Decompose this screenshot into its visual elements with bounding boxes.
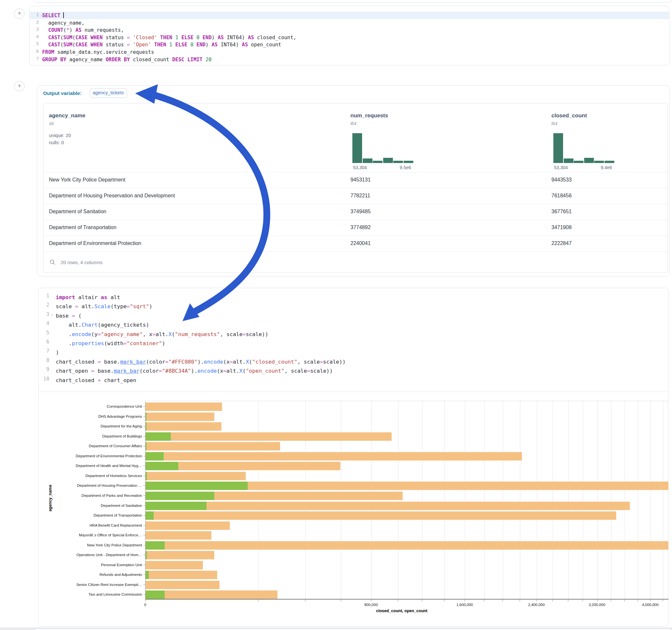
table-row[interactable]: Department of Environmental Protection22… (44, 236, 668, 251)
notebook-page: 1⌄234567 SELECT agency_name, COUNT(*) AS… (0, 0, 672, 630)
line-number: 2 (41, 302, 49, 308)
sql-active-line-highlight (30, 12, 669, 19)
line-number: 10 (41, 376, 49, 382)
table-cell: 3677651 (551, 209, 572, 215)
line-number: 6 (30, 49, 39, 54)
column-header-num_requests[interactable]: num_requestsi64 (351, 113, 388, 126)
column-type: str (49, 121, 85, 126)
column-type: i64 (351, 121, 388, 126)
table-cell: 3749485 (351, 209, 370, 215)
table-cell: New York City Police Department (49, 177, 125, 183)
previous-cell-edge (33, 0, 672, 3)
line-number: 7 (30, 56, 39, 61)
table-cell: 9443533 (551, 177, 572, 183)
table-row[interactable]: Department of Housing Preservation and D… (44, 188, 668, 204)
code-line: base = ( (56, 311, 81, 320)
column-name: closed_count (551, 113, 587, 119)
code-line: import altair as alt (56, 293, 120, 302)
column-type: i64 (551, 121, 587, 126)
code-line: COUNT(*) AS num_requests, (42, 27, 124, 34)
column-header-closed_count[interactable]: closed_counti64 (551, 113, 587, 126)
table-cell: Department of Transportation (49, 224, 116, 231)
line-number: 2 (30, 20, 39, 25)
histogram-min-label: 53,304 (353, 165, 367, 170)
search-icon[interactable] (50, 259, 55, 265)
table-cell: 7618456 (551, 193, 572, 199)
code-line: CAST(SUM(CASE WHEN status = 'Closed' THE… (42, 34, 296, 42)
code-line: agency_name, (42, 20, 85, 27)
code-line: CAST(SUM(CASE WHEN status = 'Open' THEN … (42, 41, 281, 49)
table-row[interactable]: Department of Transportation377489234719… (44, 220, 668, 236)
code-line: chart_closed = base.mark_bar(color="#FFC… (56, 358, 345, 366)
table-cell: Department of Sanitation (49, 209, 106, 215)
table-header: agency_namestrunique: 20nulls: 0num_requ… (44, 103, 668, 172)
table-cell: 7782211 (351, 193, 370, 199)
table-cell: 2222847 (551, 240, 572, 246)
table-cell: Department of Environmental Protection (49, 240, 141, 246)
column-stat: unique: 20 (49, 132, 71, 139)
histogram-min-label: 53,304 (554, 165, 568, 170)
output-variable-pill[interactable]: agency_tickets (90, 88, 127, 98)
table-divider (44, 251, 668, 252)
next-cell-edge (33, 629, 672, 630)
table-cell: 9453131 (351, 177, 370, 183)
column-stat: nulls: 0 (49, 139, 64, 146)
line-number: 6 (41, 339, 49, 345)
dataframe-table[interactable]: agency_namestrunique: 20nulls: 0num_requ… (43, 103, 668, 273)
code-line: chart_closed + chart_open (56, 376, 136, 385)
code-line: alt.Chart(agency_tickets) (56, 320, 149, 330)
table-cell: 3774892 (351, 224, 370, 231)
add-cell-button-top[interactable]: + (14, 8, 25, 19)
code-line: .encode(y="agency_name", x=alt.X("num_re… (56, 330, 268, 339)
table-cell: 3471908 (551, 224, 572, 231)
table-row[interactable]: Department of Sanitation37494853677651 (44, 204, 668, 220)
column-histogram (352, 133, 414, 163)
fold-caret-icon[interactable]: ⌄ (51, 312, 53, 317)
line-number: 9 (41, 366, 49, 372)
line-number: 5 (41, 330, 49, 336)
code-line: chart_open = base.mark_bar(color="#8BC34… (56, 366, 333, 375)
python-cell-divider (39, 391, 668, 392)
table-row[interactable]: New York City Police Department945313194… (44, 172, 668, 188)
line-number: 5 (30, 41, 39, 46)
column-name: num_requests (351, 113, 388, 119)
line-number: 3 (30, 27, 39, 32)
table-cell: 2240041 (351, 240, 370, 246)
line-number: 3 (41, 311, 49, 317)
line-number: 7 (41, 348, 49, 354)
column-histogram (553, 133, 615, 163)
text-cursor (63, 12, 64, 18)
code-line: SELECT (42, 12, 64, 20)
output-variable-value: agency_tickets (93, 90, 124, 95)
line-number: 1 (30, 12, 39, 17)
table-cell: Department of Housing Preservation and D… (49, 193, 175, 199)
add-cell-button-middle[interactable]: + (14, 81, 25, 91)
line-number: 4 (30, 34, 39, 39)
histogram-max-label: 9.5e6 (400, 165, 411, 170)
histogram-max-label: 9.4e6 (601, 165, 612, 170)
column-header-agency_name[interactable]: agency_namestr (49, 113, 85, 126)
code-line: ) (56, 348, 59, 357)
line-number: 4 (41, 320, 49, 326)
code-line: GROUP BY agency_name ORDER BY closed_cou… (42, 56, 212, 64)
column-name: agency_name (49, 113, 85, 119)
code-line: FROM sample_data.nyc.service_requests (42, 49, 154, 56)
code-line: .properties(width="container") (56, 339, 165, 348)
line-number: 8 (41, 358, 49, 363)
code-line: scale = alt.Scale(type="sqrt") (56, 302, 152, 311)
output-variable-label: Output variable: (43, 91, 82, 96)
line-number: 1 (41, 293, 49, 299)
table-footer: 20 rows, 4 columns (61, 260, 102, 265)
